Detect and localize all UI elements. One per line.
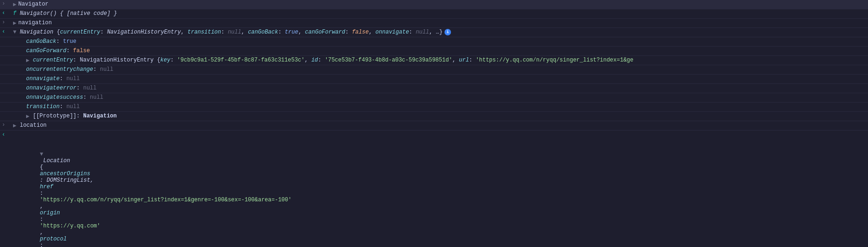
- colon-origin: :: [40, 216, 47, 223]
- prop-cangoforward-val: false: [352, 29, 369, 35]
- colon-cangoback: :: [56, 38, 63, 45]
- info-badge[interactable]: i: [444, 29, 451, 35]
- prop-origin-v: 'https://y.qq.com': [40, 223, 101, 229]
- prop-ao-k: ancestorOrigins: [40, 171, 90, 177]
- prop-url-k: url: [459, 57, 469, 63]
- row-navigation-obj[interactable]: ‹ ▼ Navigation { currentEntry : Navigati…: [0, 28, 868, 37]
- comma-5: , …}: [429, 29, 443, 35]
- comma-origin: ,: [40, 229, 47, 236]
- fn-body: Navigator() { [native code] }: [16, 10, 117, 17]
- expand-arrow-15[interactable]: ▼: [40, 151, 43, 158]
- prop-cangoforward-key: canGoForward: [305, 29, 345, 35]
- label-location: location: [16, 122, 47, 129]
- row-transition: transition : null: [0, 103, 868, 112]
- colon-1: :: [100, 29, 107, 35]
- expand-arrow-14[interactable]: ▶: [13, 122, 16, 129]
- comma-1: ,: [181, 29, 187, 35]
- colon-onne: :: [76, 85, 83, 91]
- label-navigation-1: navigation: [18, 20, 52, 26]
- console-panel: › ▶ Navigator ‹ f Navigator() { [native …: [0, 0, 868, 247]
- brace-open: {: [57, 29, 60, 35]
- row-location-1[interactable]: › ▶ location: [0, 121, 868, 130]
- content-5: canGoBack : true: [11, 38, 868, 45]
- prop-href-v: 'https://y.qq.com/n/ryqq/singer_list?ind…: [40, 197, 292, 203]
- colon-url: :: [469, 57, 476, 63]
- row-navigator-fn: ‹ f Navigator() { [native code] }: [0, 9, 868, 19]
- content-13: ▶ [[Prototype]] : Navigation: [11, 112, 868, 120]
- colon-3: :: [278, 29, 285, 35]
- comma-key: ,: [305, 57, 311, 63]
- row-cangoback: canGoBack : true: [0, 37, 868, 47]
- gutter-3: ›: [0, 19, 11, 26]
- expand-arrow-1[interactable]: ▶: [13, 1, 16, 8]
- content-11: onnavigatesuccess : null: [11, 94, 868, 101]
- gutter-2: ‹: [0, 10, 11, 16]
- comma-href: ,: [40, 203, 47, 210]
- expand-arrow-4[interactable]: ▼: [13, 29, 16, 35]
- content-1: ▶ Navigator: [11, 0, 868, 8]
- prop-href-k: href: [40, 184, 54, 190]
- comma-4: ,: [369, 29, 375, 35]
- colon-5: :: [409, 29, 416, 35]
- prop-proto-v: Navigation: [83, 113, 116, 119]
- colon-protocol: :: [40, 242, 47, 247]
- prop-ocec-k: oncurrententrychange: [26, 66, 93, 73]
- prop-transition-key: transition: [188, 29, 221, 35]
- colon-4: :: [345, 29, 352, 35]
- row-currententry[interactable]: ▶ currentEntry : NavigationHistoryEntry …: [0, 56, 868, 65]
- prop-id-v: '75ce53b7-f493-4b8d-a03c-59c39a59851d': [325, 57, 452, 63]
- colon-id: :: [318, 57, 325, 63]
- gutter-4: ‹: [0, 28, 11, 35]
- colon-ao: : DOMStringList,: [40, 177, 97, 184]
- prop-cangoback-key: canGoBack: [248, 29, 278, 35]
- content-6: canGoForward : false: [11, 47, 868, 55]
- comma-id: ,: [452, 57, 459, 63]
- prop-currententry-label: currentEntry: [29, 57, 73, 63]
- content-7: ▶ currentEntry : NavigationHistoryEntry …: [11, 56, 868, 64]
- prop-currententry-val: NavigationHistoryEntry: [107, 29, 181, 35]
- colon-2: :: [221, 29, 228, 35]
- obj-label-navigation: Navigation: [16, 29, 56, 35]
- gutter-15: ‹: [0, 131, 11, 138]
- row-location-obj[interactable]: ‹ ▼ Location { ancestorOrigins : DOMStri…: [0, 130, 868, 247]
- row-oncurrententrychange: oncurrententrychange : null: [0, 65, 868, 75]
- label-navigator-1: Navigator: [18, 1, 48, 7]
- content-4: ▼ Navigation { currentEntry : Navigation…: [11, 28, 868, 36]
- expand-arrow-7[interactable]: ▶: [26, 57, 29, 64]
- content-8: oncurrententrychange : null: [11, 66, 868, 73]
- colon-href: :: [40, 190, 47, 197]
- prop-onn-k: onnavigate: [26, 75, 60, 82]
- content-9: onnavigate : null: [11, 75, 868, 82]
- colon-onn: :: [60, 75, 66, 82]
- row-prototype-navigation[interactable]: ▶ [[Prototype]] : Navigation: [0, 112, 868, 121]
- colon-key: :: [171, 57, 177, 63]
- prop-ocec-v: null: [100, 66, 113, 73]
- prop-onne-v: null: [83, 85, 96, 91]
- prop-onne-k: onnavigateerror: [26, 85, 76, 91]
- content-2: f Navigator() { [native code] }: [11, 10, 868, 17]
- prop-onns-v: null: [90, 94, 103, 101]
- colon-cangoforward: :: [66, 48, 73, 54]
- prop-cangoforward-k: canGoForward: [26, 48, 66, 54]
- prop-cangoforward-v: false: [73, 48, 90, 54]
- prop-onnavigate-val: null: [416, 29, 429, 35]
- prop-proto-k: [[Prototype]]: [29, 113, 76, 119]
- prop-cangoback-v: true: [63, 38, 76, 45]
- prop-url-v: 'https://y.qq.com/n/ryqq/singer_list?ind…: [476, 57, 633, 63]
- prop-onns-k: onnavigatesuccess: [26, 94, 83, 101]
- content-10: onnavigateerror : null: [11, 84, 868, 92]
- colon-trans: :: [60, 103, 66, 110]
- row-cangoforward: canGoForward : false: [0, 47, 868, 56]
- expand-arrow-3[interactable]: ▶: [13, 20, 16, 27]
- prop-key-k: key: [160, 57, 171, 63]
- row-navigator-1[interactable]: › ▶ Navigator: [0, 0, 868, 9]
- prop-cangoback-val: true: [285, 29, 298, 35]
- row-onnavigatesuccess: onnavigatesuccess : null: [0, 93, 868, 103]
- colon-ocec: :: [93, 66, 100, 73]
- row-navigation-1[interactable]: › ▶ navigation: [0, 19, 868, 28]
- content-15: ▼ Location { ancestorOrigins : DOMString…: [11, 131, 868, 247]
- expand-arrow-13[interactable]: ▶: [26, 113, 29, 120]
- prop-cangoback-k: canGoBack: [26, 38, 56, 45]
- prop-trans-k: transition: [26, 103, 60, 110]
- colon-ce: : NavigationHistoryEntry {: [73, 57, 160, 63]
